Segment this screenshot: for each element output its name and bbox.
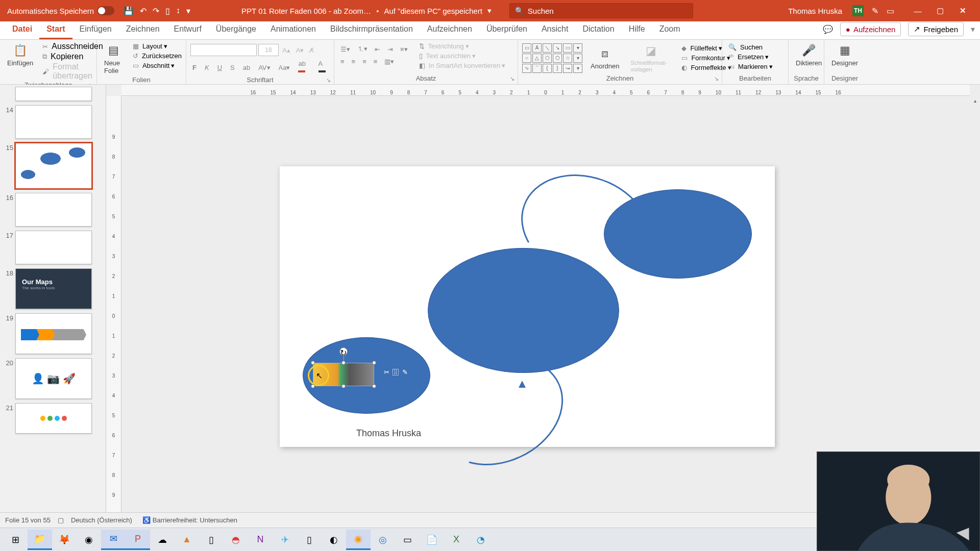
format-painter-button[interactable]: 🖌Format übertragen: [40, 62, 103, 81]
dialog-launcher-icon[interactable]: ↘: [326, 76, 331, 85]
app-icon-2[interactable]: ▯: [199, 530, 224, 550]
dropdown-icon[interactable]: ▾: [487, 6, 492, 15]
search-box[interactable]: 🔍 Suchen: [509, 3, 693, 18]
app-icon-5[interactable]: ◐: [322, 530, 346, 550]
text-direction-button[interactable]: ⇅Textrichtung ▾: [417, 42, 506, 51]
linespacing-button[interactable]: ≡▾: [398, 45, 410, 54]
user-avatar[interactable]: TH: [852, 5, 864, 16]
justify-button[interactable]: ≡: [372, 57, 380, 66]
redo-icon[interactable]: ↷: [153, 6, 159, 16]
tab-draw[interactable]: Zeichnen: [119, 20, 167, 39]
underline-button[interactable]: U: [215, 63, 224, 72]
copy-button[interactable]: ⧉Kopieren: [40, 52, 103, 61]
tab-zoom[interactable]: Zoom: [652, 20, 688, 39]
tab-animations[interactable]: Animationen: [263, 20, 323, 39]
comments-icon[interactable]: 💬: [823, 24, 833, 34]
firefox-icon[interactable]: 🦊: [52, 530, 77, 550]
tab-dictation[interactable]: Dictation: [575, 20, 621, 39]
tab-view[interactable]: Ansicht: [534, 20, 575, 39]
clear-format-icon[interactable]: A̸: [307, 46, 316, 55]
app-icon-9[interactable]: 📄: [420, 530, 444, 550]
slide-thumbnail[interactable]: [15, 193, 92, 227]
convert-smartart-button[interactable]: ◧In SmartArt konvertieren ▾: [417, 61, 506, 70]
selected-picture[interactable]: ↻ ↖: [313, 363, 374, 386]
accessibility-button[interactable]: ♿Barrierefreiheit: Untersuchen: [139, 515, 240, 525]
start-from-beginning-icon[interactable]: ▯: [165, 6, 170, 16]
alt-text-icon[interactable]: ✎: [402, 368, 408, 376]
select-button[interactable]: ▭Markieren ▾: [726, 62, 773, 71]
undo-icon[interactable]: ↶: [140, 6, 146, 16]
font-color-button[interactable]: A: [316, 59, 330, 76]
bullets-button[interactable]: ☰▾: [338, 45, 352, 54]
align-right-button[interactable]: ≡: [360, 57, 369, 66]
designer-button[interactable]: ▦Designer: [828, 42, 861, 68]
dictate-button[interactable]: 🎤Diktieren: [793, 42, 825, 68]
ellipse-top-right[interactable]: [604, 189, 752, 279]
tab-review[interactable]: Überprüfen: [479, 20, 534, 39]
bold-button[interactable]: F: [190, 63, 199, 72]
slide-thumbnail[interactable]: [15, 87, 92, 101]
tab-help[interactable]: Hilfe: [622, 20, 652, 39]
crop-icon[interactable]: ✂: [384, 368, 389, 376]
app-icon-3[interactable]: ◓: [224, 530, 248, 550]
onenote-icon[interactable]: N: [248, 530, 273, 550]
vlc-icon[interactable]: ▲: [175, 530, 199, 550]
quick-styles-button[interactable]: ◪Schnellformat-vorlagen: [627, 42, 674, 73]
tab-transitions[interactable]: Übergänge: [209, 20, 263, 39]
ribbon-display-icon[interactable]: ▭: [887, 6, 894, 16]
outlook-icon[interactable]: ✉: [101, 530, 126, 550]
new-slide-button[interactable]: ▤ Neue Folie: [101, 42, 127, 76]
coming-soon-icon[interactable]: ✎: [872, 6, 878, 16]
edge-icon[interactable]: ◔: [469, 530, 493, 550]
telegram-icon[interactable]: ✈: [273, 530, 297, 550]
slide-position[interactable]: Folie 15 von 55: [5, 516, 51, 524]
app-icon[interactable]: ☁: [150, 530, 175, 550]
replace-button[interactable]: ᵃᵇErsetzen ▾: [726, 53, 773, 61]
tab-file[interactable]: Datei: [5, 20, 39, 39]
case-button[interactable]: Aa▾: [277, 63, 292, 72]
numbering-button[interactable]: ⒈▾: [355, 44, 370, 54]
app-icon-7[interactable]: ◎: [371, 530, 395, 550]
language-label[interactable]: Deutsch (Österreich): [71, 516, 132, 524]
app-icon-6[interactable]: ◉: [346, 530, 371, 550]
tab-design[interactable]: Entwurf: [167, 20, 209, 39]
slide-canvas[interactable]: ↻ ↖ ✂ ⿲ ✎ Thomas Hruska: [280, 166, 775, 447]
align-text-button[interactable]: ▯Text ausrichten ▾: [417, 52, 506, 60]
section-button[interactable]: ▭Abschnitt ▾: [131, 61, 182, 70]
reset-button[interactable]: ↺Zurücksetzen: [131, 52, 182, 60]
ellipse-center[interactable]: [428, 248, 619, 373]
slide-thumbnail[interactable]: [15, 231, 92, 264]
inc-indent-button[interactable]: ⇥: [385, 45, 395, 54]
minimize-button[interactable]: —: [908, 3, 928, 18]
slide-thumbnail[interactable]: [15, 143, 92, 189]
cut-button[interactable]: ✂Ausschneiden: [40, 42, 103, 51]
spellcheck-icon[interactable]: ▢: [58, 516, 64, 524]
toggle-switch[interactable]: [97, 6, 114, 15]
powerpoint-icon[interactable]: P: [126, 530, 150, 550]
collapse-ribbon-icon[interactable]: ▾: [971, 24, 975, 34]
shapes-gallery[interactable]: ▭A＼↘▭▾ ○△⬠⬡☆▾ ∿⌒{}↝▾: [522, 43, 582, 73]
align-center-button[interactable]: ≡: [350, 57, 358, 66]
arrange-button[interactable]: ⧈Anordnen: [587, 45, 622, 71]
slide-thumbnail[interactable]: 👤 📷 🚀: [15, 358, 92, 399]
italic-button[interactable]: K: [203, 63, 211, 72]
columns-button[interactable]: ▥▾: [382, 57, 396, 66]
file-explorer-icon[interactable]: 📁: [28, 530, 52, 550]
touch-mode-icon[interactable]: ↕: [176, 6, 180, 15]
slide-thumbnail[interactable]: Our MapsThe works in tools: [15, 268, 92, 309]
shrink-font-icon[interactable]: A▾: [294, 46, 306, 55]
autosave-toggle[interactable]: Automatisches Speichern: [3, 6, 118, 15]
more-qa-icon[interactable]: ▾: [186, 6, 190, 16]
highlight-button[interactable]: ab: [296, 59, 312, 76]
maximize-button[interactable]: ▢: [930, 3, 950, 18]
layout-opts-icon[interactable]: ⿲: [393, 368, 399, 376]
font-size-combo[interactable]: 18: [258, 44, 279, 56]
dialog-launcher-icon[interactable]: ↘: [510, 74, 514, 83]
close-button[interactable]: ✕: [952, 3, 973, 18]
grow-font-icon[interactable]: A▴: [280, 46, 292, 55]
tab-start[interactable]: Start: [39, 20, 72, 39]
save-icon[interactable]: 💾: [124, 6, 134, 16]
slide-thumbnail[interactable]: [15, 313, 92, 354]
picture-floating-toolbar[interactable]: ✂ ⿲ ✎: [384, 368, 408, 376]
slide-thumbnail[interactable]: [15, 403, 92, 434]
